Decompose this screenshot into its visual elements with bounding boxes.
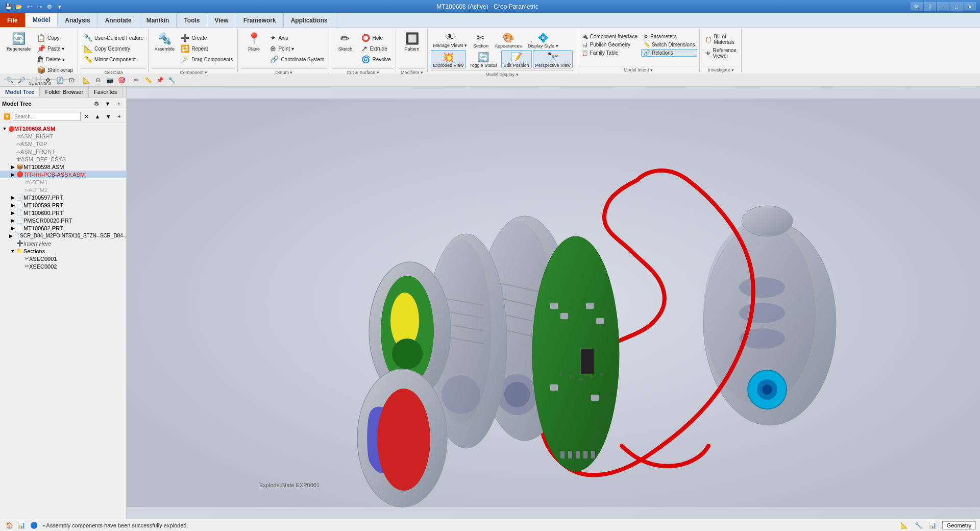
tab-tools[interactable]: Tools xyxy=(177,13,207,27)
qa-save[interactable]: 💾 xyxy=(4,2,13,11)
minimize-btn[interactable]: ─ xyxy=(937,2,949,11)
target-btn[interactable]: 🎯 xyxy=(116,75,127,86)
assemble-button[interactable]: 🔩 Assemble xyxy=(152,31,177,66)
sketch-button[interactable]: ✏ Sketch xyxy=(332,31,358,66)
parameters-button[interactable]: ⚙ Parameters xyxy=(641,33,697,40)
publish-geometry-button[interactable]: 📊 Publish Geometry xyxy=(579,41,640,49)
draw-btn[interactable]: ✏ xyxy=(131,75,142,86)
udf-button[interactable]: 🔧 User-Defined Feature xyxy=(81,33,146,43)
drag-components-button[interactable]: 🪄 Drag Components xyxy=(178,54,235,64)
tab-view[interactable]: View xyxy=(207,13,236,27)
tab-framework[interactable]: Framework xyxy=(236,13,284,27)
hole-button[interactable]: ⭕ Hole xyxy=(359,33,393,43)
edit-position-button[interactable]: 📝 Edit Position xyxy=(501,50,532,68)
fit-btn[interactable]: ⊡ xyxy=(66,75,77,86)
settings-sub-btn[interactable]: 🔧 xyxy=(166,75,177,86)
zoom-area-btn[interactable]: ⬜ xyxy=(28,75,39,86)
close-btn[interactable]: ✕ xyxy=(964,2,976,11)
panel-tab-folder-browser[interactable]: Folder Browser xyxy=(40,87,89,97)
tab-file[interactable]: File xyxy=(0,13,26,27)
search-input[interactable] xyxy=(13,112,81,121)
status-icon-1[interactable]: 🏠 xyxy=(4,520,14,530)
search-add[interactable]: + xyxy=(114,111,124,122)
tree-item-xsec0001[interactable]: ✂ XSEC0001 xyxy=(0,255,126,262)
status-icon-3[interactable]: 🔵 xyxy=(29,520,39,530)
qa-undo[interactable]: ↩ xyxy=(24,2,34,11)
pattern-button[interactable]: 🔲 Pattern xyxy=(399,31,425,66)
tree-settings-btn[interactable]: ⚙ xyxy=(91,99,102,109)
search-btn[interactable]: 🔍 xyxy=(911,2,923,11)
tab-manikin[interactable]: Manikin xyxy=(139,13,177,27)
panel-tab-favorites[interactable]: Favorites xyxy=(89,87,122,97)
bill-of-materials-button[interactable]: 📋 Bill ofMaterials xyxy=(703,33,739,46)
exploded-view-button[interactable]: 💥 Exploded View xyxy=(431,50,466,68)
tree-item-asm-def-csys[interactable]: ✚ ASM_DEF_CSYS xyxy=(0,155,126,163)
copy-button[interactable]: 📋 Copy xyxy=(34,33,76,43)
markup-btn[interactable]: 📏 xyxy=(142,75,154,86)
tree-item-adtm2[interactable]: ▱ ADTM2 xyxy=(0,186,126,194)
search-up[interactable]: ▲ xyxy=(92,111,102,122)
qa-open[interactable]: 📂 xyxy=(14,2,23,11)
viewport[interactable]: Explode State EXP0001 xyxy=(127,87,980,519)
display-style-button[interactable]: 💠 Display Style ▾ xyxy=(525,31,561,49)
status-right-icon1[interactable]: 📐 xyxy=(899,520,910,530)
section-button[interactable]: ✂ Section xyxy=(471,31,491,49)
tree-item-mt100599[interactable]: ▶ 📄 MT100599.PRT xyxy=(0,201,126,209)
search-clear[interactable]: ✕ xyxy=(82,111,91,122)
tree-item-asm-right[interactable]: ▱ ASM_RIGHT xyxy=(0,132,126,140)
manage-views-button[interactable]: 👁 Manage Views ▾ xyxy=(431,31,470,49)
qa-more[interactable]: ▾ xyxy=(55,2,64,11)
help-btn[interactable]: ? xyxy=(924,2,936,11)
plane-button[interactable]: 📍 Plane xyxy=(241,31,266,66)
tree-expand-btn[interactable]: + xyxy=(114,99,124,109)
search-down[interactable]: ▼ xyxy=(104,111,113,122)
tab-analysis[interactable]: Analysis xyxy=(58,13,97,27)
tree-item-xsec0002[interactable]: ✂ XSEC0002 xyxy=(0,262,126,270)
relations-button[interactable]: 🔗 Relations xyxy=(641,49,697,57)
mirror-component-button[interactable]: 📏 Mirror Component xyxy=(81,54,146,64)
copy-geo-button[interactable]: 📐 Copy Geometry xyxy=(81,43,146,54)
paste-button[interactable]: 📌 Paste ▾ xyxy=(34,43,76,54)
status-right-icon2[interactable]: 🔧 xyxy=(914,520,924,530)
camera-btn[interactable]: 📷 xyxy=(104,75,115,86)
tree-item-mt100600[interactable]: ▶ 📄 MT100600.PRT xyxy=(0,209,126,216)
shrinkwrap-button[interactable]: 📦 Shrinkwrap xyxy=(34,65,76,75)
tree-item-sections[interactable]: ▼ 📁 Sections xyxy=(0,247,126,255)
tree-item-adtm1[interactable]: ▱ ADTM1 xyxy=(0,178,126,186)
delete-button[interactable]: 🗑 Delete ▾ xyxy=(34,54,76,64)
zoom-in-btn[interactable]: 🔍 xyxy=(4,75,15,86)
perspective-view-button[interactable]: 🔭 Perspective View xyxy=(533,50,573,68)
toggle-status-button[interactable]: 🔄 Toggle Status xyxy=(467,50,500,68)
filter-icon[interactable]: 🔽 xyxy=(2,111,12,122)
tree-item-mt100608-asm[interactable]: ▼ 🔴 MT100608.ASM xyxy=(0,125,126,132)
appearances-button[interactable]: 🎨 Appearances xyxy=(492,31,524,49)
tree-item-mt100602[interactable]: ▶ 📄 MT100602.PRT xyxy=(0,224,126,232)
tree-item-scr-d84[interactable]: ▶ 📄 SCR_D84_M2POINT5X10_STZN--SCR_D84-.P… xyxy=(0,232,126,239)
regenerate-button[interactable]: 🔄 Regenerate xyxy=(4,31,33,66)
geometry-button[interactable]: Geometry xyxy=(942,521,976,529)
axis-button[interactable]: ✦ Axis xyxy=(267,33,327,43)
extrude-button[interactable]: ↗ Extrude xyxy=(359,43,393,54)
pan-btn[interactable]: ✥ xyxy=(42,75,54,86)
revolve-button[interactable]: 🌀 Revolve xyxy=(359,54,393,64)
tree-item-asm-top[interactable]: ▱ ASM_TOP xyxy=(0,140,126,148)
reference-viewer-button[interactable]: 👁 ReferenceViewer xyxy=(703,46,739,60)
measure-btn[interactable]: 📐 xyxy=(81,75,92,86)
annotation-btn[interactable]: 📌 xyxy=(154,75,165,86)
tree-item-pmscr[interactable]: ▶ 📄 PMSCR00020.PRT xyxy=(0,216,126,224)
status-right-icon3[interactable]: 📊 xyxy=(928,520,938,530)
tree-item-asm-front[interactable]: ▱ ASM_FRONT xyxy=(0,148,126,155)
tree-item-mt100597[interactable]: ▶ 📄 MT100597.PRT xyxy=(0,194,126,201)
tree-filter-btn[interactable]: ▼ xyxy=(103,99,113,109)
maximize-btn[interactable]: □ xyxy=(950,2,963,11)
coord-sys-button[interactable]: 🔗 Coordinate System xyxy=(267,54,327,64)
section-cut-btn[interactable]: ⊙ xyxy=(92,75,104,86)
tree-item-mt100598[interactable]: ▶ 📦 MT100598.ASM xyxy=(0,163,126,171)
tree-item-tit-hh-pcb[interactable]: ▶ 🔴 TIT-HH-PCB-ASSY.ASM xyxy=(0,171,126,178)
qa-settings[interactable]: ⚙ xyxy=(45,2,54,11)
family-table-button[interactable]: 📋 Family Table xyxy=(579,49,640,57)
tab-model[interactable]: Model xyxy=(26,13,58,27)
panel-tab-model-tree[interactable]: Model Tree xyxy=(0,87,40,97)
repeat-button[interactable]: 🔁 Repeat xyxy=(178,43,235,54)
create-button[interactable]: ➕ Create xyxy=(178,33,235,43)
